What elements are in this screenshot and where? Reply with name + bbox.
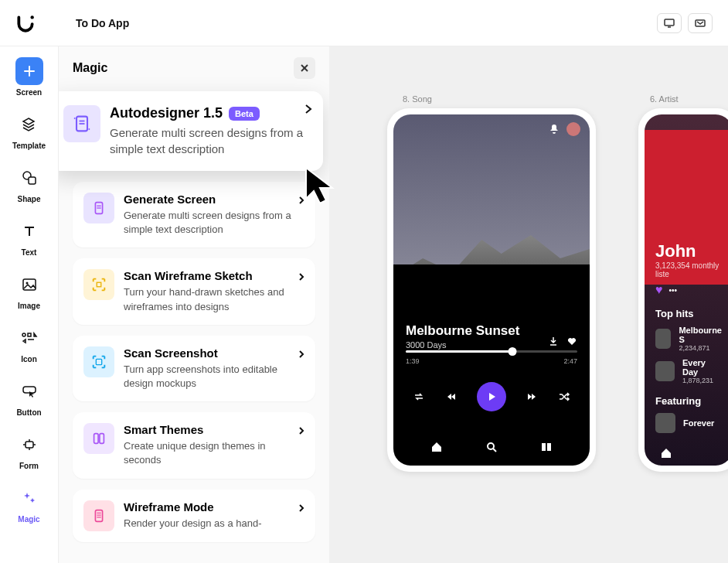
card-desc: Turn your hand-drawn sketches and wirefr… bbox=[124, 285, 304, 313]
chevron-right-icon bbox=[298, 271, 304, 285]
card-title: Scan Wireframe Sketch bbox=[124, 269, 304, 282]
scan-wireframe-icon bbox=[83, 269, 114, 300]
tool-text[interactable]: Text bbox=[15, 217, 43, 257]
heart-icon bbox=[566, 336, 577, 346]
card-desc: Render your design as a hand- bbox=[124, 517, 304, 531]
svg-rect-29 bbox=[96, 359, 101, 364]
autodesigner-icon bbox=[63, 105, 100, 142]
artist-name: John bbox=[655, 241, 722, 261]
svg-rect-1 bbox=[665, 19, 674, 26]
beta-badge: Beta bbox=[229, 107, 260, 121]
chevron-right-icon bbox=[304, 104, 312, 118]
tool-button[interactable]: Button bbox=[15, 377, 43, 417]
share-button[interactable] bbox=[688, 13, 713, 33]
svg-point-0 bbox=[31, 15, 34, 19]
design-canvas[interactable]: 8. Song 6. Artist Melbourne Sunset 3000 … bbox=[329, 46, 728, 563]
featuring-label: Featuring bbox=[655, 395, 722, 407]
svg-rect-15 bbox=[26, 442, 33, 448]
card-title: Autodesigner 1.5 bbox=[110, 105, 223, 121]
card-title: Wireframe Mode bbox=[124, 500, 304, 514]
svg-rect-32 bbox=[95, 510, 102, 521]
home-icon bbox=[660, 447, 672, 459]
artist-listeners: 3,123,354 monthly liste bbox=[655, 261, 722, 278]
close-icon bbox=[300, 63, 309, 73]
card-title: Scan Screenshot bbox=[124, 346, 304, 360]
library-icon bbox=[540, 441, 553, 453]
svg-line-37 bbox=[493, 449, 496, 452]
more-icon: ••• bbox=[669, 286, 678, 295]
scan-screenshot-icon bbox=[83, 346, 114, 377]
svg-rect-13 bbox=[28, 333, 31, 336]
hit-row: Melbourne S 2,234,871 bbox=[655, 326, 722, 352]
svg-point-12 bbox=[22, 333, 26, 336]
mockup-label-artist: 6. Artist bbox=[650, 94, 679, 104]
time-total: 2:47 bbox=[563, 357, 577, 365]
play-icon bbox=[486, 391, 497, 402]
magic-card-scan-screenshot[interactable]: Scan Screenshot Turn app screenshots int… bbox=[73, 336, 315, 401]
desktop-preview-button[interactable] bbox=[657, 13, 682, 33]
svg-point-36 bbox=[488, 443, 494, 449]
play-button[interactable] bbox=[477, 382, 506, 411]
chevron-right-icon bbox=[298, 425, 304, 438]
hit-row: Every Day 1,878,231 bbox=[655, 358, 722, 384]
tool-sidebar: Screen Template Shape Text Image bbox=[0, 46, 59, 563]
tool-image[interactable]: Image bbox=[15, 271, 43, 310]
download-icon bbox=[548, 336, 559, 346]
avatar bbox=[566, 122, 580, 136]
mockup-label-song: 8. Song bbox=[403, 94, 432, 104]
repeat-icon bbox=[413, 391, 425, 402]
close-button[interactable] bbox=[294, 57, 315, 79]
card-desc: Turn app screenshots into editable desig… bbox=[124, 363, 304, 391]
button-icon bbox=[15, 377, 43, 405]
magic-card-scan-wireframe[interactable]: Scan Wireframe Sketch Turn your hand-dra… bbox=[73, 258, 315, 324]
tool-form[interactable]: Form bbox=[15, 431, 43, 470]
smart-themes-icon bbox=[83, 423, 114, 454]
tool-magic[interactable]: Magic bbox=[15, 484, 43, 524]
mockup-song[interactable]: Melbourne Sunset 3000 Days 1:39 2:47 bbox=[387, 108, 596, 472]
tool-shape[interactable]: Shape bbox=[15, 164, 43, 203]
generate-screen-icon bbox=[83, 193, 114, 223]
bell-icon bbox=[549, 124, 559, 135]
form-icon bbox=[15, 431, 43, 459]
wireframe-mode-icon bbox=[83, 500, 114, 531]
svg-rect-7 bbox=[29, 177, 36, 184]
layers-icon bbox=[15, 111, 43, 138]
shape-icon bbox=[15, 164, 43, 192]
prev-icon bbox=[445, 391, 458, 402]
topbar: To Do App bbox=[0, 0, 728, 46]
plus-icon bbox=[15, 57, 43, 85]
progress-bar[interactable]: 1:39 2:47 bbox=[406, 350, 577, 365]
hit-row: Forever bbox=[655, 413, 722, 433]
cursor-icon bbox=[303, 165, 342, 213]
card-desc: Create unique design themes in seconds bbox=[124, 439, 304, 467]
top-hits-label: Top hits bbox=[655, 308, 722, 319]
card-title: Smart Themes bbox=[124, 423, 304, 436]
app-logo[interactable] bbox=[15, 12, 37, 34]
magic-panel: Magic Autodesigner 1.5 Beta Generate mul… bbox=[59, 46, 329, 563]
magic-card-smart-themes[interactable]: Smart Themes Create unique design themes… bbox=[73, 412, 315, 478]
magic-card-generate-screen[interactable]: Generate Screen Generate multi screen de… bbox=[73, 182, 315, 247]
home-icon bbox=[430, 441, 443, 453]
tool-icon[interactable]: Icon bbox=[15, 324, 43, 363]
text-icon bbox=[15, 217, 43, 245]
tool-template[interactable]: Template bbox=[12, 111, 46, 150]
svg-rect-31 bbox=[100, 434, 104, 444]
app-title: To Do App bbox=[76, 17, 129, 29]
svg-rect-28 bbox=[97, 283, 101, 288]
svg-rect-3 bbox=[696, 20, 705, 26]
card-desc: Generate multi screen designs from a sim… bbox=[110, 125, 309, 157]
mockup-artist[interactable]: John 3,123,354 monthly liste ♥ ••• Top h… bbox=[638, 108, 728, 472]
magic-card-wireframe-mode[interactable]: Wireframe Mode Render your design as a h… bbox=[73, 490, 315, 542]
magic-icon bbox=[15, 484, 43, 512]
next-icon bbox=[526, 391, 538, 402]
card-desc: Generate multi screen designs from a sim… bbox=[124, 209, 304, 237]
image-icon bbox=[15, 271, 43, 299]
shuffle-icon bbox=[558, 391, 570, 402]
tool-screen[interactable]: Screen bbox=[15, 57, 43, 97]
time-current: 1:39 bbox=[406, 357, 420, 365]
search-icon bbox=[485, 441, 498, 453]
svg-rect-10 bbox=[23, 279, 36, 290]
chevron-right-icon bbox=[298, 348, 304, 362]
magic-card-autodesigner[interactable]: Autodesigner 1.5 Beta Generate multi scr… bbox=[59, 91, 323, 171]
heart-icon: ♥ bbox=[655, 283, 663, 297]
